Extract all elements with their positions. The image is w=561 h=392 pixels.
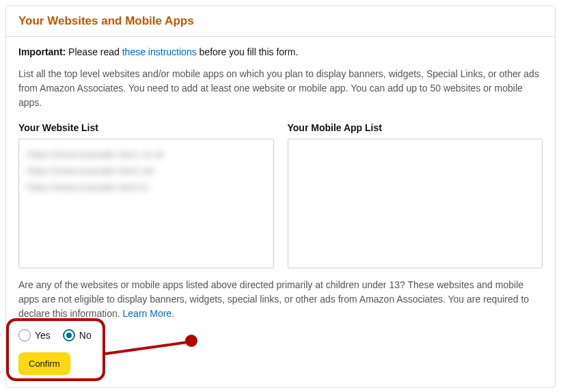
websites-apps-card: Your Websites and Mobile Apps Important:… bbox=[5, 5, 556, 388]
important-after: before you fill this form. bbox=[197, 46, 299, 57]
instructions-link[interactable]: these instructions bbox=[122, 46, 197, 57]
list-item: https://www.example-site2.net bbox=[27, 163, 265, 179]
radio-yes-circle bbox=[18, 329, 31, 341]
radio-group: Yes No bbox=[18, 329, 543, 341]
mobile-app-list-column: Your Mobile App List bbox=[288, 122, 543, 268]
children-question: Are any of the websites or mobile apps l… bbox=[18, 278, 543, 321]
radio-yes[interactable]: Yes bbox=[18, 329, 51, 341]
card-body: Important: Please read these instruction… bbox=[6, 37, 555, 387]
radio-no-circle bbox=[63, 329, 75, 341]
website-list-box[interactable]: https://www.example-site1.co.uk https://… bbox=[18, 139, 274, 268]
lists-row: Your Website List https://www.example-si… bbox=[18, 122, 543, 268]
radio-no[interactable]: No bbox=[63, 329, 92, 341]
annotation-line bbox=[105, 341, 190, 355]
important-label: Important: bbox=[18, 46, 66, 57]
card-title: Your Websites and Mobile Apps bbox=[18, 14, 543, 28]
website-list-column: Your Website List https://www.example-si… bbox=[18, 122, 274, 268]
description-text: List all the top level websites and/or m… bbox=[18, 67, 543, 110]
mobile-app-list-label: Your Mobile App List bbox=[288, 122, 543, 133]
list-item: https://www.example-site1.co.uk bbox=[27, 146, 265, 163]
mobile-app-list-box[interactable] bbox=[288, 139, 543, 268]
radio-dot-icon bbox=[66, 333, 72, 338]
list-item: https://www.example-site3.io bbox=[27, 179, 265, 195]
learn-more-link[interactable]: Learn More bbox=[123, 308, 172, 319]
confirm-button[interactable]: Confirm bbox=[18, 352, 70, 375]
card-header: Your Websites and Mobile Apps bbox=[6, 6, 555, 37]
radio-no-label: No bbox=[79, 330, 92, 341]
question-after: . bbox=[172, 308, 174, 319]
important-text: Important: Please read these instruction… bbox=[18, 46, 543, 57]
website-list-label: Your Website List bbox=[18, 122, 274, 133]
question-text: Are any of the websites or mobile apps l… bbox=[18, 279, 529, 319]
radio-yes-label: Yes bbox=[35, 330, 51, 341]
important-before: Please read bbox=[66, 46, 122, 57]
